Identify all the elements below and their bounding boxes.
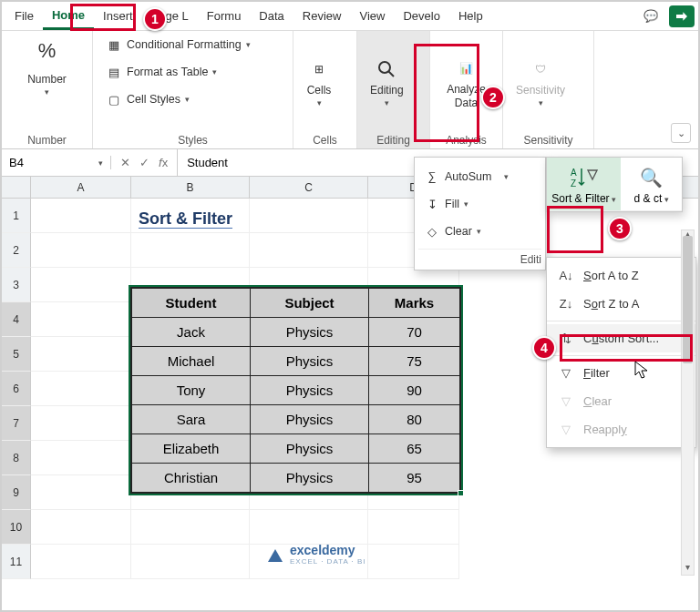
table-cell[interactable]: Physics [251,405,369,434]
vertical-scrollbar[interactable]: ▴ ▾ [681,230,695,576]
sort-z-to-a[interactable]: Z↓ Sort Z to A [547,290,695,318]
tab-home[interactable]: Home [43,3,94,30]
cell-styles-icon: ▢ [106,91,122,107]
tab-formulas[interactable]: Formu [198,4,251,28]
table-cell[interactable]: Elizabeth [132,434,251,464]
table-cell[interactable]: Physics [251,434,369,464]
cell[interactable] [31,545,131,579]
cell[interactable] [31,268,131,302]
cells-button[interactable]: ⊞ Cells▾ [301,53,337,112]
tab-insert[interactable]: Insert [94,4,142,28]
cell[interactable] [368,510,459,545]
watermark: exceldemy EXCEL · DATA · BI [266,543,366,566]
table-cell[interactable]: 80 [369,405,460,434]
ribbon: % Number▾ Number ▦ Conditional Formattin… [2,31,698,149]
ribbon-collapse-button[interactable]: ⌄ [671,123,691,143]
cell[interactable] [31,372,131,406]
custom-sort[interactable]: ⇅ Custom Sort... [547,324,695,352]
table-cell[interactable]: Physics [251,347,369,376]
cell[interactable] [31,510,131,545]
tab-developer[interactable]: Develo [394,4,448,28]
tab-help[interactable]: Help [449,4,492,28]
table-header[interactable]: Subject [251,289,369,318]
cell[interactable] [31,337,131,372]
table-header[interactable]: Student [132,289,251,318]
table-cell[interactable]: Jack [132,318,251,347]
cell[interactable] [131,233,250,268]
format-as-table-button[interactable]: ▤ Format as Table▾ [104,62,219,82]
row-header[interactable]: 5 [2,337,31,372]
table-cell[interactable]: 90 [369,376,460,405]
row-header[interactable]: 1 [2,199,31,233]
share-button[interactable] [669,5,695,27]
cell[interactable] [31,233,131,268]
name-box[interactable]: B4▾ [2,156,111,169]
scrollbar-thumb[interactable] [683,236,693,363]
col-C[interactable]: C [250,177,368,198]
table-cell[interactable]: Physics [251,376,369,405]
row-header[interactable]: 6 [2,372,31,406]
cell[interactable] [31,441,131,475]
clear-button[interactable]: ◇ Clear▾ [418,218,541,245]
cell[interactable] [31,406,131,441]
tab-file[interactable]: File [5,4,43,28]
row-header[interactable]: 10 [2,510,31,545]
table-cell[interactable]: Physics [251,318,369,347]
sort-a-to-z[interactable]: A↓ Sort A to Z [547,261,695,290]
find-select-button[interactable]: 🔍 d & ct ▾ [621,158,682,211]
cell[interactable] [131,545,250,579]
cell[interactable] [31,199,131,233]
table-cell[interactable]: Michael [132,347,251,376]
table-cell[interactable]: Sara [132,405,251,434]
clear-filter-icon: ▽ [558,394,574,408]
row-header[interactable]: 7 [2,406,31,441]
accept-formula-icon[interactable]: ✓ [139,156,149,169]
col-B[interactable]: B [131,177,250,198]
cell[interactable] [250,199,368,233]
tab-data[interactable]: Data [250,4,293,28]
cell[interactable] [368,545,459,579]
row-header[interactable]: 4 [2,302,31,337]
cell[interactable] [31,302,131,337]
table-cell[interactable]: 65 [369,434,460,464]
table-cell[interactable]: Christian [132,464,251,493]
cell-styles-button[interactable]: ▢ Cell Styles▾ [104,89,191,109]
sort-filter-button[interactable]: AZ Sort & Filter ▾ [547,158,621,211]
fx-icon[interactable]: fx [159,156,168,169]
data-table[interactable]: StudentSubjectMarksJackPhysics70MichaelP… [129,286,462,495]
tab-review[interactable]: Review [293,4,351,28]
table-cell[interactable]: 95 [369,464,460,493]
sort-filter-menu: A↓ Sort A to Z Z↓ Sort Z to A ⇅ Custom S… [546,257,696,448]
editing-button[interactable]: Editing▾ [365,53,409,112]
table-cell[interactable]: Physics [251,464,369,493]
row-header[interactable]: 8 [2,441,31,475]
table-cell[interactable]: 75 [369,347,460,376]
row-header[interactable]: 11 [2,545,31,579]
cancel-formula-icon[interactable]: ✕ [120,156,130,169]
autosum-button[interactable]: ∑ AutoSum ▾ [418,163,541,190]
search-icon [374,56,399,82]
editing-dropdown: ∑ AutoSum ▾ ↧ Fill▾ ◇ Clear▾ Editi [414,157,546,270]
cell[interactable] [131,510,250,545]
filter-toggle[interactable]: ▽ Filter [547,359,695,387]
cell[interactable] [250,510,368,545]
table-header[interactable]: Marks [369,289,460,318]
cell[interactable] [31,475,131,510]
tab-view[interactable]: View [350,4,394,28]
sort-desc-icon: Z↓ [558,297,574,311]
col-A[interactable]: A [31,177,131,198]
cell[interactable] [250,233,368,268]
fill-button[interactable]: ↧ Fill▾ [418,190,541,218]
sensitivity-button[interactable]: 🛡 Sensitivity▾ [510,53,571,112]
table-cell[interactable]: 70 [369,318,460,347]
percent-button[interactable]: % [29,35,66,67]
conditional-formatting-button[interactable]: ▦ Conditional Formatting▾ [104,35,252,55]
svg-line-1 [389,71,395,76]
table-cell[interactable]: Tony [132,376,251,405]
comments-icon[interactable]: 💬 [638,5,664,27]
row-header[interactable]: 9 [2,475,31,510]
row-header[interactable]: 3 [2,268,31,302]
number-format-button[interactable]: Number▾ [22,69,72,101]
fill-down-icon: ↧ [424,196,440,212]
row-header[interactable]: 2 [2,233,31,268]
